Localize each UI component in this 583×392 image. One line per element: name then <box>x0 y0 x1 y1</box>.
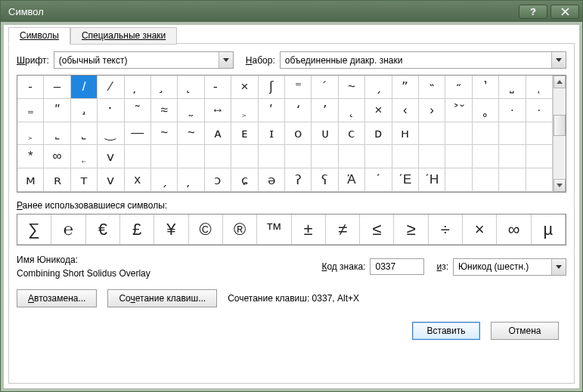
subset-dropdown[interactable]: объединенные диакр. знаки <box>280 51 566 69</box>
symbol-cell[interactable]: * <box>17 145 44 168</box>
symbol-cell[interactable] <box>178 145 204 168</box>
symbol-cell[interactable] <box>526 122 553 146</box>
symbol-cell[interactable]: ᴜ <box>312 122 338 146</box>
symbol-cell[interactable]: ˏ <box>365 76 392 99</box>
symbol-cell[interactable]: ~ <box>339 76 365 99</box>
symbol-cell[interactable]: ᴠ <box>98 145 124 168</box>
symbol-cell[interactable] <box>499 168 526 192</box>
insert-button[interactable]: Вставить <box>412 322 480 340</box>
symbol-cell[interactable]: ΄Ε <box>392 168 419 192</box>
symbol-cell[interactable] <box>445 122 472 146</box>
symbol-cell[interactable] <box>473 145 499 168</box>
symbol-cell[interactable]: › <box>419 99 445 122</box>
close-button[interactable] <box>550 5 579 19</box>
recent-symbol-cell[interactable]: ™ <box>257 215 291 245</box>
symbol-cell[interactable]: ˲ <box>231 99 258 122</box>
symbol-cell[interactable]: ˮ <box>392 76 419 99</box>
symbol-cell[interactable]: ə <box>259 168 285 192</box>
symbol-grid[interactable]: ‐–/∕̵̧̨̦×ʃ⁼´~ˏˮ˵˶˺˽ͺ₌ʺ˼ˑ˜≈˷↔˲ʹʻʼ˛×‹›˃ˇ˳·… <box>17 76 553 192</box>
symbol-cell[interactable] <box>526 145 553 168</box>
symbol-cell[interactable]: ´ <box>312 76 338 99</box>
recent-symbol-cell[interactable]: © <box>189 215 223 245</box>
from-dropdown[interactable]: Юникод (шестн.) <box>453 258 566 276</box>
symbol-cell[interactable]: ᴛ <box>71 168 98 192</box>
symbol-cell[interactable]: x <box>125 168 151 192</box>
symbol-cell[interactable]: ~ <box>151 122 178 146</box>
symbol-cell[interactable] <box>312 145 338 168</box>
symbol-cell[interactable] <box>125 145 151 168</box>
recent-symbols-grid[interactable]: ∑℮€£¥©®™±≠≤≥÷×∞µ <box>17 214 566 245</box>
symbol-cell[interactable]: ᴀ <box>205 122 231 146</box>
symbol-cell[interactable]: ͺ <box>526 76 553 99</box>
symbol-cell[interactable] <box>231 145 258 168</box>
symbol-cell[interactable]: ɕ <box>231 168 258 192</box>
symbol-cell[interactable]: – <box>44 76 70 99</box>
symbol-cell[interactable]: ∕ <box>98 76 124 99</box>
symbol-cell[interactable] <box>445 168 472 192</box>
recent-symbol-cell[interactable]: ≥ <box>394 215 428 245</box>
symbol-cell[interactable]: ʕ <box>312 168 338 192</box>
symbol-cell[interactable]: ˳ <box>473 99 499 122</box>
symbol-cell[interactable]: ᴏ <box>285 122 312 146</box>
tab-special-chars[interactable]: Специальные знаки <box>70 27 177 45</box>
symbol-cell[interactable]: ˵ <box>419 76 445 99</box>
symbol-cell[interactable]: ᴇ <box>231 122 258 146</box>
autocorrect-button[interactable]: Автозамена... <box>17 289 97 307</box>
symbol-cell[interactable]: × <box>231 76 258 99</box>
symbol-cell[interactable]: ɔ <box>205 168 231 192</box>
character-code-input[interactable] <box>370 258 424 275</box>
symbol-cell[interactable]: Ά <box>339 168 365 192</box>
symbol-cell[interactable]: ʻ <box>285 99 312 122</box>
symbol-cell[interactable] <box>151 145 178 168</box>
symbol-cell[interactable] <box>365 145 392 168</box>
recent-symbol-cell[interactable]: ∑ <box>17 215 51 245</box>
symbol-cell[interactable]: ᴄ <box>339 122 365 146</box>
symbol-cell[interactable]: — <box>125 122 151 146</box>
symbol-cell[interactable]: ˼ <box>71 99 98 122</box>
chevron-down-icon[interactable] <box>551 259 566 275</box>
recent-symbol-cell[interactable]: ± <box>292 215 326 245</box>
chevron-down-icon[interactable] <box>551 52 566 68</box>
symbol-cell[interactable] <box>499 122 526 146</box>
tab-symbols[interactable]: Символы <box>8 27 70 45</box>
symbol-cell[interactable]: ˶ <box>445 76 472 99</box>
shortcut-key-button[interactable]: Сочетание клавиш... <box>107 289 217 307</box>
symbol-cell[interactable]: ᴠ <box>98 168 124 192</box>
symbol-cell[interactable]: ˲ <box>17 122 44 146</box>
symbol-cell[interactable]: ʹ <box>259 99 285 122</box>
recent-symbol-cell[interactable]: ≠ <box>326 215 360 245</box>
symbol-cell[interactable] <box>499 145 526 168</box>
symbol-cell[interactable]: ʼ <box>312 99 338 122</box>
symbol-cell[interactable]: · <box>526 99 553 122</box>
symbol-cell[interactable] <box>339 145 365 168</box>
recent-symbol-cell[interactable]: ¥ <box>154 215 188 245</box>
symbol-cell[interactable]: ̧ <box>151 76 178 99</box>
symbol-cell[interactable] <box>259 145 285 168</box>
symbol-cell[interactable]: ʀ <box>44 168 70 192</box>
symbol-cell[interactable]: ΄ <box>365 168 392 192</box>
symbol-cell[interactable] <box>473 122 499 146</box>
scroll-track[interactable] <box>554 88 566 179</box>
recent-symbol-cell[interactable]: ∞ <box>497 215 531 245</box>
symbol-cell[interactable]: ˾ <box>44 122 70 146</box>
symbol-cell[interactable]: ~ <box>178 122 204 146</box>
symbol-cell[interactable]: ˾ <box>71 122 98 146</box>
recent-symbol-cell[interactable]: µ <box>532 215 566 245</box>
recent-symbol-cell[interactable]: ℮ <box>51 215 85 245</box>
symbol-cell[interactable] <box>445 145 472 168</box>
symbol-cell[interactable]: ˛ <box>339 99 365 122</box>
symbol-cell[interactable] <box>392 145 419 168</box>
symbol-cell[interactable]: ˺ <box>473 76 499 99</box>
symbol-cell[interactable]: / <box>71 76 98 99</box>
symbol-cell[interactable]: ˃ˇ <box>445 99 472 122</box>
symbol-cell[interactable]: ⁼ <box>285 76 312 99</box>
symbol-cell[interactable]: ʃ <box>259 76 285 99</box>
symbol-cell[interactable]: ̦ <box>125 76 151 99</box>
recent-symbol-cell[interactable]: ≤ <box>360 215 394 245</box>
symbol-cell[interactable]: · <box>499 99 526 122</box>
symbol-cell[interactable]: ˑ <box>98 99 124 122</box>
font-dropdown[interactable]: (обычный текст) <box>54 51 234 69</box>
symbol-cell[interactable]: ˿ <box>71 145 98 168</box>
symbol-cell[interactable]: ᴅ <box>365 122 392 146</box>
chevron-down-icon[interactable] <box>219 52 233 68</box>
